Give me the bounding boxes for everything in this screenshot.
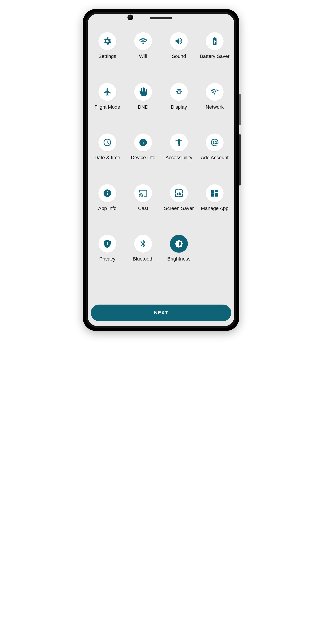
- power-button: [239, 134, 240, 186]
- at-icon: [206, 134, 224, 152]
- tile-label: Device Info: [131, 154, 156, 161]
- tile-device-info[interactable]: Device Info: [125, 134, 161, 161]
- tile-label: Display: [171, 104, 187, 110]
- tile-network[interactable]: Network: [197, 83, 232, 110]
- brightness-half-icon: [170, 235, 188, 253]
- wallpaper-icon: [170, 184, 188, 202]
- tile-flight-mode[interactable]: Flight Mode: [90, 83, 125, 110]
- tile-cast[interactable]: Cast: [125, 184, 161, 212]
- tile-label: DND: [138, 104, 148, 110]
- tile-app-info[interactable]: App Info: [90, 184, 125, 212]
- tile-dnd[interactable]: DND: [125, 83, 161, 110]
- tile-date-time[interactable]: Date & time: [90, 134, 125, 161]
- tile-display[interactable]: Display: [161, 83, 197, 110]
- tile-battery-saver[interactable]: Battery Saver: [197, 32, 232, 60]
- gear-icon: [98, 32, 116, 50]
- cast-icon: [134, 184, 152, 202]
- wifi-icon: [134, 32, 152, 50]
- footer-bar: NEXT: [88, 300, 234, 326]
- tile-label: Cast: [138, 205, 148, 212]
- tile-label: Flight Mode: [94, 104, 120, 110]
- battery-icon: [206, 32, 224, 50]
- info-icon: [134, 134, 152, 152]
- tile-add-account[interactable]: Add Account: [197, 134, 232, 161]
- phone-notch: [136, 12, 186, 23]
- tile-label: Add Account: [201, 154, 228, 161]
- next-button[interactable]: NEXT: [91, 304, 231, 321]
- tile-privacy[interactable]: Privacy: [90, 235, 125, 262]
- clock-icon: [98, 134, 116, 152]
- tile-label: Date & time: [94, 154, 120, 161]
- tile-label: Screen Saver: [164, 205, 194, 212]
- tile-label: Bluetooth: [133, 256, 154, 262]
- phone-screen: SettingsWifiSoundBattery SaverFlight Mod…: [88, 14, 234, 326]
- tile-label: Manage App: [201, 205, 228, 212]
- earpiece-speaker: [150, 17, 172, 19]
- airplane-icon: [98, 83, 116, 101]
- tile-label: Accessibility: [166, 154, 192, 161]
- tile-accessibility[interactable]: Accessibility: [161, 134, 197, 161]
- info-icon: [98, 184, 116, 202]
- front-camera: [128, 14, 133, 20]
- tile-settings[interactable]: Settings: [90, 32, 125, 60]
- tile-brightness[interactable]: Brightness: [161, 235, 197, 262]
- sound-icon: [170, 32, 188, 50]
- tile-label: Wifi: [139, 53, 147, 60]
- tile-label: Privacy: [99, 256, 116, 262]
- network-check-icon: [206, 83, 224, 101]
- hand-icon: [134, 83, 152, 101]
- tile-sound[interactable]: Sound: [161, 32, 197, 60]
- tile-label: Settings: [98, 53, 116, 60]
- tile-screen-saver[interactable]: Screen Saver: [161, 184, 197, 212]
- tile-label: Battery Saver: [200, 53, 230, 60]
- tile-grid: SettingsWifiSoundBattery SaverFlight Mod…: [88, 30, 234, 300]
- brightness-ring-icon: [170, 83, 188, 101]
- tile-manage-app[interactable]: Manage App: [197, 184, 232, 212]
- privacy-icon: [98, 235, 116, 253]
- tile-wifi[interactable]: Wifi: [125, 32, 161, 60]
- dashboard-icon: [206, 184, 224, 202]
- volume-button: [239, 94, 240, 125]
- bluetooth-icon: [134, 235, 152, 253]
- accessibility-icon: [170, 134, 188, 152]
- tile-label: Network: [206, 104, 224, 110]
- tile-label: Sound: [172, 53, 186, 60]
- tile-label: App Info: [98, 205, 116, 212]
- tile-label: Brightness: [167, 256, 190, 262]
- tile-bluetooth[interactable]: Bluetooth: [125, 235, 161, 262]
- phone-frame: SettingsWifiSoundBattery SaverFlight Mod…: [83, 9, 239, 331]
